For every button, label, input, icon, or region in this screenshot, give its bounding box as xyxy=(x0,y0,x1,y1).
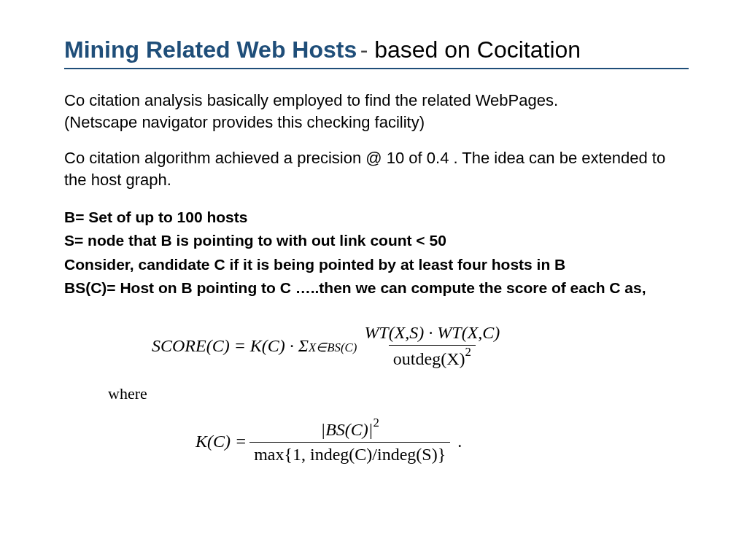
k-numerator: |BS(C)|2 xyxy=(317,418,384,442)
def-S: S= node that B is pointing to with out l… xyxy=(64,229,689,253)
formula-k-row: K(C) = |BS(C)|2 max{1, indeg(C)/indeg(S)… xyxy=(196,418,689,465)
definitions: B= Set of up to 100 hosts S= node that B… xyxy=(64,206,689,300)
score-fraction: WT(X,S) · WT(X,C) outdeg(X)2 xyxy=(360,322,504,370)
score-sigma-sub: X∈BS(C) xyxy=(309,341,357,355)
score-numerator: WT(X,S) · WT(X,C) xyxy=(360,322,504,345)
k-denominator: max{1, indeg(C)/indeg(S)} xyxy=(249,442,450,465)
title-main: Mining Related Web Hosts xyxy=(64,36,357,63)
formula-score-row: SCORE(C) = K(C) · ΣX∈BS(C) WT(X,S) · WT(… xyxy=(152,322,689,370)
slide: Mining Related Web Hosts - based on Coci… xyxy=(0,0,747,560)
def-B: B= Set of up to 100 hosts xyxy=(64,206,689,230)
title-bar: Mining Related Web Hosts - based on Coci… xyxy=(64,36,689,69)
where-label: where xyxy=(108,384,689,403)
k-period: . xyxy=(453,431,462,452)
k-lhs: K(C) = xyxy=(196,431,247,452)
score-lhs: SCORE(C) = K(C) · Σ xyxy=(152,335,309,357)
formula-score: SCORE(C) = K(C) · ΣX∈BS(C) WT(X,S) · WT(… xyxy=(64,322,689,465)
body-text: Co citation analysis basically employed … xyxy=(64,90,689,191)
k-num-exp: 2 xyxy=(373,416,379,429)
score-den-exp: 2 xyxy=(465,345,471,359)
p1-line1: Co citation analysis basically employed … xyxy=(64,90,689,112)
paragraph-2: Co citation algorithm achieved a precisi… xyxy=(64,147,689,190)
def-candidate: Consider, candidate C if it is being poi… xyxy=(64,253,689,277)
def-BSC: BS(C)= Host on B pointing to C …..then w… xyxy=(64,276,689,300)
paragraph-1: Co citation analysis basically employed … xyxy=(64,90,689,133)
title-separator: - xyxy=(360,36,375,63)
p1-line2: (Netscape navigator provides this checki… xyxy=(64,112,689,133)
score-denominator: outdeg(X)2 xyxy=(389,345,476,370)
k-fraction: |BS(C)|2 max{1, indeg(C)/indeg(S)} xyxy=(249,418,450,465)
score-den-base: outdeg(X) xyxy=(393,349,465,368)
title-subtitle: based on Cocitation xyxy=(374,36,581,63)
k-num-base: |BS(C)| xyxy=(321,420,374,439)
